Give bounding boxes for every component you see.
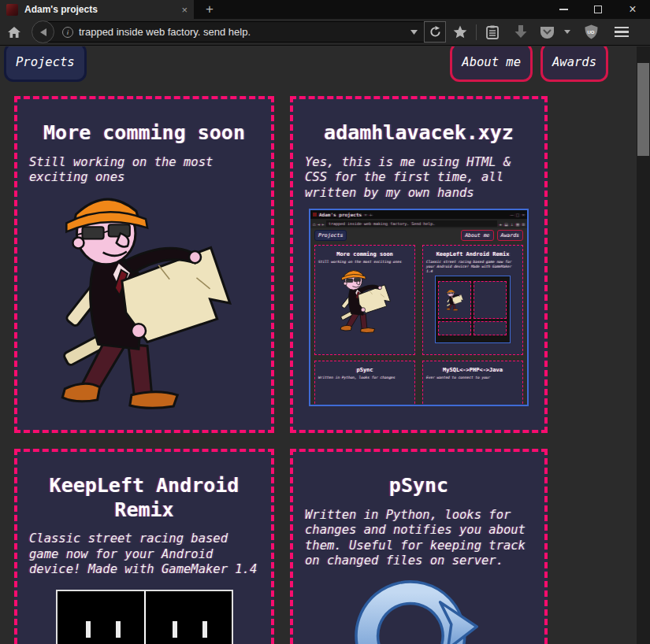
nested-card-psync: pSync Written in Python, looks for chang… bbox=[314, 361, 415, 405]
nested-nav: Projects About me Awards bbox=[314, 230, 523, 241]
web-page: Projects About me Awards More comming so… bbox=[0, 46, 637, 644]
nested-new-tab: + bbox=[370, 212, 373, 217]
hamburger-icon bbox=[615, 27, 629, 38]
close-icon: × bbox=[629, 3, 636, 16]
ublock-badge-text: UO bbox=[588, 30, 595, 35]
nested-card-title: More comming soon bbox=[318, 251, 411, 257]
home-icon bbox=[7, 26, 21, 39]
about-me-button[interactable]: About me bbox=[450, 46, 533, 82]
nested-nested-worker bbox=[445, 288, 464, 312]
menu-button[interactable] bbox=[606, 20, 637, 44]
url-text[interactable]: trapped inside web factory. send help. bbox=[79, 26, 404, 38]
site-info-icon[interactable]: i bbox=[62, 27, 73, 38]
card-media bbox=[29, 578, 259, 644]
nested-home-icon: ⌂ bbox=[313, 221, 316, 227]
tab-title: Adam's projects bbox=[24, 4, 175, 15]
card-subtitle: Classic street racing based game now for… bbox=[29, 531, 259, 578]
star-icon bbox=[453, 25, 467, 39]
card-subtitle: Yes, this is me using HTML & CSS for the… bbox=[305, 155, 533, 202]
minimize-button[interactable] bbox=[546, 0, 581, 19]
card-subtitle: Written in Python, looks for changes and… bbox=[305, 508, 533, 569]
card-subtitle: Still working on the most exciting ones bbox=[29, 155, 259, 186]
nested-nav-spacer bbox=[347, 230, 458, 241]
nested-page: Projects About me Awards More comming so… bbox=[310, 228, 527, 405]
maximize-button[interactable] bbox=[581, 0, 615, 19]
nested-card-media bbox=[318, 266, 411, 335]
new-tab-button[interactable]: + bbox=[197, 0, 222, 19]
downloads-button[interactable] bbox=[507, 20, 535, 44]
reload-icon bbox=[429, 26, 441, 38]
minimize-icon bbox=[559, 9, 568, 10]
nested-card-title: MySQL<->PHP<->Java bbox=[426, 367, 519, 373]
url-dropdown-button[interactable] bbox=[404, 30, 424, 35]
nested-worker-cartoon bbox=[336, 266, 393, 335]
nested-card-keepleft: KeepLeft Android Remix Classic street ra… bbox=[422, 245, 523, 355]
nested-nested-card bbox=[474, 281, 507, 319]
awards-button[interactable]: Awards bbox=[540, 46, 608, 82]
nested-forward-icon: ▸ bbox=[321, 221, 325, 227]
browser-window: Adam's projects × + × i trapped inside w… bbox=[0, 0, 650, 644]
card-title: More comming soon bbox=[29, 121, 259, 146]
chevron-down-icon bbox=[410, 30, 418, 35]
nested-nested-card bbox=[438, 321, 471, 335]
tab-favicon bbox=[6, 4, 18, 16]
toolbar-separator bbox=[476, 24, 477, 40]
pocket-icon bbox=[540, 25, 555, 39]
back-arrow-icon bbox=[39, 28, 48, 37]
project-card-keepleft-android-remix: KeepLeft Android Remix Classic street ra… bbox=[14, 449, 274, 644]
project-card-adamhlavacek-xyz: adamhlavacek.xyz Yes, this is me using H… bbox=[290, 96, 548, 433]
recursive-screenshot: Adam's projects × + – □ × ⌂ ◂ ▸ trapped … bbox=[309, 209, 529, 406]
lane-dash bbox=[173, 621, 177, 638]
project-grid: More comming soon Still working on the m… bbox=[14, 96, 637, 644]
nested-nested-card bbox=[438, 281, 471, 319]
projects-button[interactable]: Projects bbox=[4, 46, 87, 82]
chevron-down-icon bbox=[564, 30, 570, 34]
bookmark-button[interactable] bbox=[446, 20, 474, 44]
nested-url-text: trapped inside web making factory. Send … bbox=[326, 220, 498, 227]
card-media: Adam's projects × + – □ × ⌂ ◂ ▸ trapped … bbox=[305, 201, 533, 406]
library-button[interactable] bbox=[478, 20, 507, 44]
close-button[interactable]: × bbox=[615, 0, 650, 19]
reload-button[interactable] bbox=[424, 21, 446, 43]
nested-grid: More comming soon Still working on the m… bbox=[314, 245, 523, 405]
pocket-button[interactable] bbox=[535, 20, 559, 44]
navigation-toolbar: i trapped inside web factory. send help. bbox=[0, 19, 650, 46]
card-title: KeepLeft Android Remix bbox=[29, 474, 259, 522]
lane-dash bbox=[116, 621, 121, 638]
nested-toolbar: ⌂ ◂ ▸ trapped inside web making factory.… bbox=[310, 219, 527, 228]
lane-dash bbox=[202, 621, 207, 638]
tab-close-icon[interactable]: × bbox=[181, 5, 188, 15]
nested-card-subtitle: Written in Python, looks for changes bbox=[318, 376, 411, 380]
browser-tab[interactable]: Adam's projects × bbox=[0, 0, 194, 19]
project-card-more-coming-soon: More comming soon Still working on the m… bbox=[14, 96, 274, 433]
nested-titlebar: Adam's projects × + – □ × bbox=[310, 210, 527, 219]
card-title: adamhlavacek.xyz bbox=[305, 121, 533, 146]
card-media bbox=[305, 569, 533, 644]
titlebar: Adam's projects × + × bbox=[0, 0, 650, 19]
nested-nested-card bbox=[474, 321, 507, 335]
overflow-caret-button[interactable] bbox=[559, 20, 576, 44]
scrollbar-thumb[interactable] bbox=[637, 63, 649, 156]
nested-awards-button: Awards bbox=[497, 230, 523, 241]
card-title: pSync bbox=[305, 474, 533, 498]
nested-card-title: pSync bbox=[318, 367, 411, 373]
nested-card-mysql-php-java: MySQL<->PHP<->Java Ever wanted to connec… bbox=[422, 361, 523, 405]
nested-window-controls: – □ × bbox=[511, 212, 525, 217]
nested-tab-close: × bbox=[364, 212, 367, 217]
maximize-icon bbox=[594, 6, 602, 13]
nested-favicon bbox=[313, 213, 317, 217]
ublock-button[interactable]: UO bbox=[576, 20, 606, 44]
nested-card-media bbox=[426, 276, 519, 343]
nested-card-subtitle: Classic street racing based game now for… bbox=[426, 260, 519, 274]
url-bar[interactable]: i trapped inside web factory. send help. bbox=[43, 21, 446, 43]
home-button[interactable] bbox=[0, 20, 28, 44]
back-button[interactable] bbox=[32, 20, 54, 43]
nested-card-subtitle: Still working on the most exciting ones bbox=[318, 260, 411, 265]
nested-toolbar-icons: ★ ⬓ ↓ ▣ ≡ bbox=[499, 221, 525, 227]
game-screenshot bbox=[56, 590, 233, 644]
road-center-line bbox=[144, 591, 146, 644]
nested-card-subtitle: Ever wanted to connect to your bbox=[426, 376, 519, 380]
clipboard-icon bbox=[486, 25, 499, 39]
construction-worker-cartoon bbox=[49, 186, 240, 416]
page-scrollbar[interactable] bbox=[637, 46, 650, 644]
